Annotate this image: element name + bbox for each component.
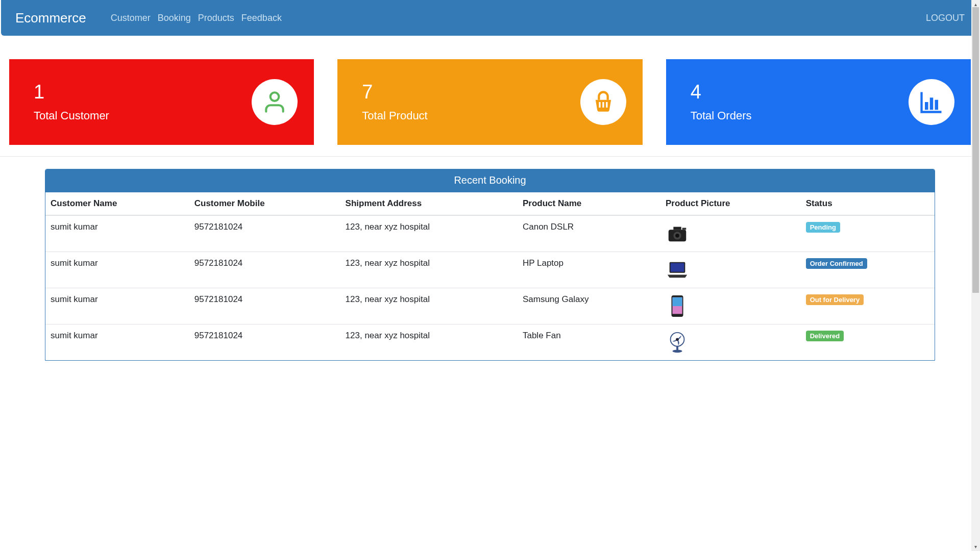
- chart-icon: [909, 79, 954, 125]
- cell-status: Delivered: [801, 324, 935, 361]
- col-customer-name: Customer Name: [45, 192, 189, 215]
- cell-shipment-address: 123, near xyz hospital: [340, 252, 518, 288]
- svg-rect-11: [682, 228, 687, 230]
- cell-customer-name: sumit kumar: [45, 215, 189, 252]
- svg-rect-5: [930, 97, 934, 110]
- cell-product-picture: [660, 252, 801, 288]
- recent-booking-panel: Recent Booking Customer Name Customer Mo…: [45, 169, 935, 361]
- cell-customer-name: sumit kumar: [45, 252, 189, 288]
- cell-product-picture: [660, 288, 801, 324]
- status-badge: Delivered: [806, 331, 844, 341]
- svg-rect-4: [925, 102, 928, 110]
- nav-link-booking[interactable]: Booking: [158, 13, 191, 23]
- cell-shipment-address: 123, near xyz hospital: [340, 288, 518, 324]
- stat-value: 4: [691, 82, 752, 103]
- stat-label: Total Customer: [34, 109, 109, 122]
- svg-point-19: [672, 349, 682, 353]
- cell-product-name: Table Fan: [518, 324, 660, 361]
- cell-product-name: Samsung Galaxy: [518, 288, 660, 324]
- navbar: Ecommerce Customer Booking Products Feed…: [1, 0, 979, 36]
- cell-customer-name: sumit kumar: [45, 288, 189, 324]
- status-badge: Order Confirmed: [806, 258, 867, 269]
- cell-status: Order Confirmed: [801, 252, 935, 288]
- svg-point-17: [676, 338, 679, 341]
- col-customer-mobile: Customer Mobile: [189, 192, 340, 215]
- stat-value: 1: [34, 82, 109, 103]
- svg-point-9: [675, 234, 679, 238]
- product-thumb-phone-icon: [666, 294, 689, 318]
- cell-status: Pending: [801, 215, 935, 252]
- cell-status: Out for Delivery: [801, 288, 935, 324]
- nav-links: Customer Booking Products Feedback: [111, 13, 282, 23]
- stat-label: Total Product: [362, 109, 427, 122]
- product-thumb-fan-icon: [666, 331, 689, 354]
- svg-rect-18: [676, 346, 678, 350]
- stats-row: 1 Total Customer 7 Total Product 4 Total…: [0, 36, 980, 152]
- svg-rect-13: [671, 263, 684, 272]
- product-thumb-camera-icon: [666, 222, 689, 245]
- booking-table: Customer Name Customer Mobile Shipment A…: [45, 192, 935, 360]
- table-row: sumit kumar9572181024123, near xyz hospi…: [45, 288, 935, 324]
- cell-customer-mobile: 9572181024: [189, 252, 340, 288]
- table-row: sumit kumar9572181024123, near xyz hospi…: [45, 252, 935, 288]
- stat-value: 7: [362, 82, 427, 103]
- cell-customer-mobile: 9572181024: [189, 288, 340, 324]
- stat-label: Total Orders: [691, 109, 752, 122]
- user-icon: [252, 79, 298, 125]
- cell-product-name: Canon DSLR: [518, 215, 660, 252]
- nav-link-customer[interactable]: Customer: [111, 13, 151, 23]
- stat-card-total-product[interactable]: 7 Total Product: [337, 59, 642, 145]
- svg-rect-1: [599, 102, 600, 108]
- logout-link[interactable]: LOGOUT: [926, 13, 965, 23]
- status-badge: Pending: [806, 222, 840, 233]
- panel-title: Recent Booking: [45, 169, 935, 192]
- svg-point-0: [271, 92, 279, 101]
- svg-rect-10: [673, 227, 681, 230]
- col-status: Status: [801, 192, 935, 215]
- product-thumb-laptop-icon: [666, 258, 689, 282]
- svg-rect-6: [935, 100, 938, 110]
- svg-rect-2: [602, 102, 604, 108]
- stat-card-total-customer[interactable]: 1 Total Customer: [9, 59, 314, 145]
- nav-link-products[interactable]: Products: [198, 13, 234, 23]
- nav-link-feedback[interactable]: Feedback: [241, 13, 282, 23]
- cell-product-picture: [660, 324, 801, 361]
- status-badge: Out for Delivery: [806, 294, 864, 305]
- cell-customer-name: sumit kumar: [45, 324, 189, 361]
- col-shipment-address: Shipment Address: [340, 192, 518, 215]
- divider: [0, 156, 980, 157]
- cell-customer-mobile: 9572181024: [189, 324, 340, 361]
- cell-shipment-address: 123, near xyz hospital: [340, 215, 518, 252]
- table-row: sumit kumar9572181024123, near xyz hospi…: [45, 324, 935, 361]
- scrollbar[interactable]: ▴ ▾: [971, 0, 980, 381]
- stat-card-total-orders[interactable]: 4 Total Orders: [666, 59, 971, 145]
- svg-rect-3: [606, 102, 607, 108]
- table-row: sumit kumar9572181024123, near xyz hospi…: [45, 215, 935, 252]
- cell-customer-mobile: 9572181024: [189, 215, 340, 252]
- brand[interactable]: Ecommerce: [15, 10, 86, 26]
- col-product-name: Product Name: [518, 192, 660, 215]
- basket-icon: [580, 79, 626, 125]
- col-product-picture: Product Picture: [660, 192, 801, 215]
- cell-product-picture: [660, 215, 801, 252]
- cell-product-name: HP Laptop: [518, 252, 660, 288]
- cell-shipment-address: 123, near xyz hospital: [340, 324, 518, 361]
- scroll-thumb[interactable]: [972, 7, 979, 293]
